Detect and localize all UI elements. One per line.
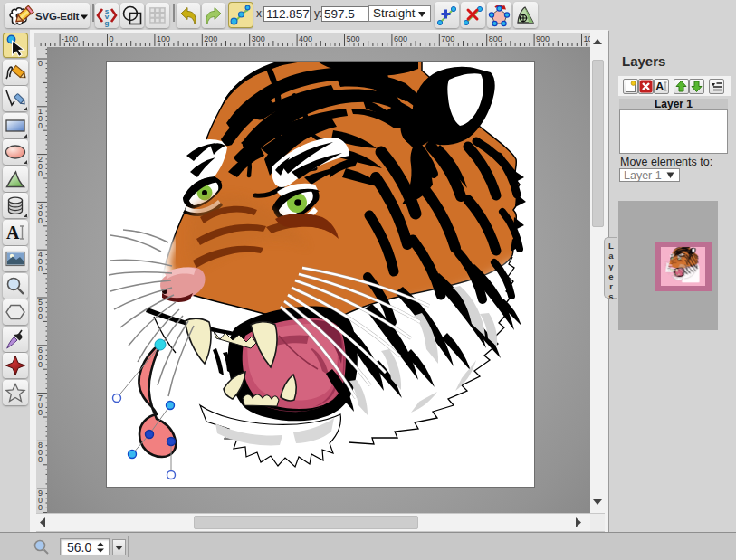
svg-text:0: 0 <box>110 34 114 43</box>
svg-text:g: g <box>105 19 110 27</box>
svg-text:0: 0 <box>38 312 43 321</box>
svg-text:0: 0 <box>38 455 43 464</box>
svg-text:SVG-Edit: SVG-Edit <box>35 11 80 22</box>
svg-text:1000: 1000 <box>584 34 591 43</box>
svg-text:0: 0 <box>38 360 43 369</box>
svg-text:900: 900 <box>536 34 550 43</box>
svg-text:400: 400 <box>299 34 312 43</box>
svg-text:0: 0 <box>38 264 43 273</box>
svg-text:0: 0 <box>38 121 43 130</box>
svg-text:0: 0 <box>38 503 43 512</box>
svg-text:700: 700 <box>441 34 454 43</box>
svg-text:300: 300 <box>252 34 265 43</box>
svg-text:A: A <box>6 223 20 242</box>
svg-text:A: A <box>655 80 664 93</box>
svg-text:600: 600 <box>394 34 407 43</box>
svg-text:100: 100 <box>157 34 170 43</box>
svg-text:0: 0 <box>38 169 43 178</box>
svg-text:0: 0 <box>38 216 43 225</box>
svg-text:0: 0 <box>38 59 43 68</box>
svg-text:800: 800 <box>489 34 502 43</box>
svg-text:0: 0 <box>38 408 43 417</box>
svg-text:500: 500 <box>347 34 360 43</box>
svg-text:200: 200 <box>204 34 217 43</box>
svg-text:-100: -100 <box>62 34 78 43</box>
